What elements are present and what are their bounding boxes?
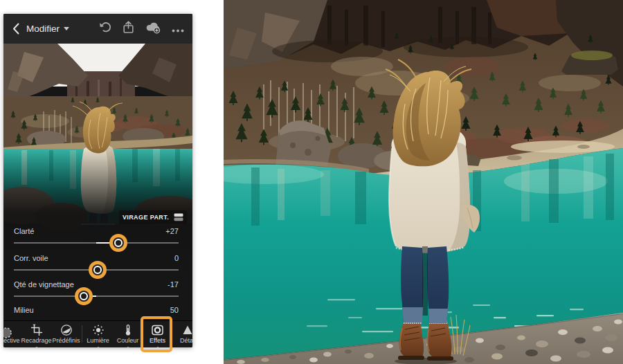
- cloud-sync-icon[interactable]: [145, 21, 161, 37]
- slider-handle[interactable]: [92, 264, 103, 275]
- slider-handle[interactable]: [78, 291, 89, 302]
- color-thermometer-icon: [122, 324, 134, 336]
- toolbar-item-label: Couleur: [117, 337, 139, 344]
- undo-icon[interactable]: [99, 21, 112, 36]
- toolbar-item-selective[interactable]: ective: [3, 321, 21, 347]
- toolbar-item-label: Recadrage: [21, 337, 51, 344]
- top-bar: Modifier: [3, 14, 192, 44]
- toolbar-item-lumiere[interactable]: Lumière: [83, 321, 113, 347]
- more-options-icon[interactable]: [172, 23, 184, 35]
- light-sun-icon: [92, 324, 105, 336]
- split-tone-label: VIRAGE PART.: [123, 214, 169, 221]
- slider-handle[interactable]: [113, 237, 124, 248]
- edited-dot: [35, 347, 37, 348]
- back-icon[interactable]: [12, 23, 19, 35]
- toolbar-item-couleur[interactable]: Couleur: [113, 321, 143, 347]
- slider-handle-highlight[interactable]: [89, 261, 107, 279]
- slider-label: Corr. voile: [14, 254, 48, 262]
- slider-value: 50: [170, 306, 179, 314]
- slider-handle-highlight[interactable]: [75, 287, 93, 305]
- main-photo: [224, 0, 623, 364]
- mode-dropdown[interactable]: Modifier: [26, 24, 69, 34]
- slider-clarte: Clarté +27: [3, 227, 192, 251]
- toolbar-item-label: Détai: [180, 337, 192, 344]
- share-icon[interactable]: [123, 21, 134, 37]
- crop-rotate-icon: [30, 324, 43, 336]
- edited-dot: [156, 347, 159, 348]
- split-tone-chip[interactable]: VIRAGE PART.: [119, 210, 187, 224]
- edit-toolbar: ective Recadrage: [3, 320, 192, 347]
- effects-vignette-icon: [151, 324, 164, 336]
- screenshot-stage: Modifier: [0, 0, 623, 364]
- chevron-down-icon: [64, 27, 69, 30]
- toolbar-item-label: ective: [3, 337, 20, 344]
- toolbar-item-effets[interactable]: Effets: [143, 321, 172, 347]
- slider-label: Milieu: [14, 306, 34, 314]
- toolbar-item-recadrage[interactable]: Recadrage: [21, 321, 51, 347]
- presets-duotone-icon: [60, 324, 73, 336]
- toolbar-item-label: Effets: [150, 337, 165, 344]
- slider-value: -17: [168, 280, 179, 289]
- edited-dot: [97, 347, 99, 348]
- slider-label: Qté de vignettage: [14, 280, 74, 289]
- slider-value: 0: [174, 254, 179, 262]
- slider-corr-voile: Corr. voile 0: [3, 254, 192, 277]
- slider-label: Clarté: [14, 227, 34, 235]
- lightroom-mobile-panel: Modifier: [3, 14, 192, 347]
- toolbar-item-predefinis[interactable]: Prédéfinis: [51, 321, 81, 347]
- detail-triangle-icon: [181, 324, 193, 336]
- toolbar-item-label: Lumière: [87, 337, 109, 344]
- slider-value: +27: [165, 227, 179, 235]
- mode-title: Modifier: [26, 24, 60, 34]
- split-tone-icon: [174, 213, 183, 221]
- slider-vignettage: Qté de vignettage -17: [3, 280, 192, 304]
- toolbar-divider: [82, 325, 82, 343]
- toolbar-item-detail[interactable]: Détai: [172, 321, 192, 347]
- edited-dot: [127, 347, 129, 348]
- slider-handle-highlight[interactable]: [109, 234, 127, 252]
- toolbar-item-label: Prédéfinis: [52, 337, 80, 344]
